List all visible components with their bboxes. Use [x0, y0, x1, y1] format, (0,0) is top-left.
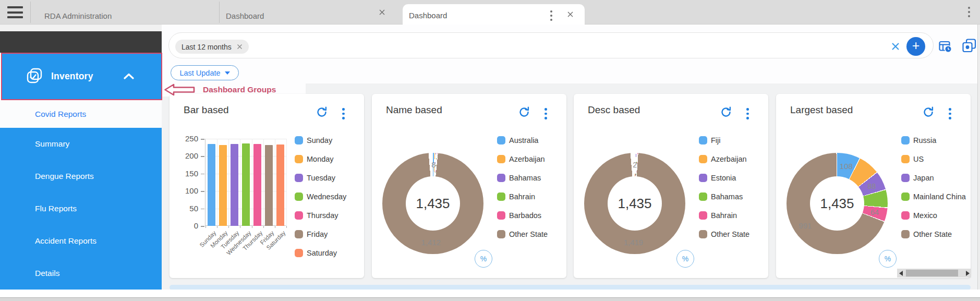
- legend-item-other-state[interactable]: Other State: [497, 229, 548, 239]
- legend-label: Estonia: [711, 174, 736, 182]
- card-options-kebab-icon[interactable]: [545, 108, 547, 119]
- tab-label: Dashboard: [409, 11, 447, 20]
- legend-swatch: [295, 230, 303, 238]
- card-largest-based: Largest basedRussiaUSJapanMainland China…: [776, 94, 971, 278]
- legend-item-bahrain[interactable]: Bahrain: [497, 191, 535, 202]
- save-copy-icon[interactable]: [962, 39, 976, 55]
- legend-item-thursday[interactable]: Thursday: [295, 210, 338, 221]
- legend-item-wednesday[interactable]: Wednesday: [295, 191, 346, 202]
- legend-item-bahrain[interactable]: Bahrain: [699, 210, 737, 221]
- clear-filters-icon[interactable]: [891, 42, 900, 51]
- percent-badge[interactable]: %: [676, 250, 694, 268]
- legend-item-monday[interactable]: Monday: [295, 154, 334, 164]
- legend-item-friday[interactable]: Friday: [295, 229, 328, 239]
- legend-item-sunday[interactable]: Sunday: [295, 135, 332, 146]
- y-axis-tick-mark: [201, 209, 204, 210]
- card-options-kebab-icon[interactable]: [342, 108, 345, 119]
- tabbar-divider: [30, 2, 31, 23]
- window-kebab-icon[interactable]: [968, 7, 970, 17]
- legend-label: Friday: [307, 230, 328, 238]
- sidebar-item-details[interactable]: Details: [0, 257, 162, 290]
- card-desc-based: Desc basedFijiAzerbaijanEstoniaBahamasBa…: [574, 94, 768, 278]
- x-axis-tick-mark: [275, 226, 275, 228]
- refresh-icon[interactable]: [518, 106, 530, 118]
- legend-label: Fiji: [711, 136, 721, 145]
- scrollbar-track[interactable]: [904, 269, 964, 278]
- gridline: [240, 139, 240, 226]
- sidebar-item-list: Covid ReportsSummaryDengue ReportsFlu Re…: [0, 100, 162, 290]
- legend-label: Barbados: [509, 211, 541, 220]
- legend-item-russia[interactable]: Russia: [901, 135, 936, 146]
- donut-total: 1,435: [406, 176, 460, 231]
- legend-item-us[interactable]: US: [901, 154, 924, 164]
- tab-dashboard-2-active[interactable]: Dashboard: [403, 4, 585, 25]
- percent-badge[interactable]: %: [475, 250, 492, 268]
- sidebar-item-covid-reports[interactable]: Covid Reports: [0, 100, 162, 128]
- bottom-white-row: [0, 290, 980, 297]
- horizontal-scrollbar[interactable]: [897, 269, 971, 278]
- legend-item-azerbaijan[interactable]: Azerbaijan: [699, 154, 747, 164]
- tab-options-kebab-icon[interactable]: [550, 10, 552, 21]
- vertical-scrollbar-track[interactable]: [977, 25, 980, 297]
- x-axis-tick-mark: [263, 226, 264, 228]
- add-filter-button[interactable]: +: [906, 37, 925, 56]
- card-title: Bar based: [184, 104, 229, 116]
- scrollbar-thumb[interactable]: [906, 270, 958, 276]
- legend-item-fiji[interactable]: Fiji: [699, 135, 721, 146]
- legend-item-other-state[interactable]: Other State: [901, 229, 952, 239]
- legend-item-australia[interactable]: Australia: [497, 135, 538, 146]
- legend-item-azerbaijan[interactable]: Azerbaijan: [497, 154, 545, 164]
- legend-label: Russia: [913, 136, 936, 145]
- legend-item-barbados[interactable]: Barbados: [497, 210, 541, 221]
- chip-remove-icon[interactable]: [237, 44, 243, 50]
- legend-label: Azerbaijan: [711, 155, 747, 163]
- legend-item-japan[interactable]: Japan: [901, 173, 934, 183]
- legend-swatch: [901, 136, 910, 145]
- filter-container: Last 12 months: [168, 32, 934, 58]
- sidebar-item-summary[interactable]: Summary: [0, 128, 162, 160]
- sidebar-top-gap: [0, 25, 162, 31]
- legend-label: US: [913, 155, 924, 163]
- legend-label: Other State: [509, 230, 548, 238]
- chevron-up-icon[interactable]: [124, 72, 134, 81]
- legend-item-tuesday[interactable]: Tuesday: [295, 173, 335, 183]
- tab-dashboard-1[interactable]: Dashboard: [226, 11, 264, 20]
- legend-label: Other State: [913, 230, 952, 238]
- tabbar-divider: [219, 2, 220, 23]
- refresh-icon[interactable]: [316, 106, 328, 118]
- percent-badge[interactable]: %: [879, 250, 897, 268]
- y-axis-tick-mark: [201, 226, 204, 227]
- card-title: Largest based: [790, 104, 853, 116]
- legend-item-mainland-china[interactable]: Mainland China: [901, 191, 966, 202]
- refresh-icon[interactable]: [922, 106, 935, 118]
- card-options-kebab-icon[interactable]: [949, 108, 951, 119]
- scroll-left-arrow[interactable]: [897, 269, 904, 278]
- tab-rda-administration[interactable]: RDA Administration: [44, 11, 112, 20]
- legend-item-bahamas[interactable]: Bahamas: [497, 173, 541, 183]
- sidebar-item-dengue-reports[interactable]: Dengue Reports: [0, 160, 162, 192]
- sidebar-item-accident-reports[interactable]: Accident Reports: [0, 225, 162, 257]
- sidebar-item-flu-reports[interactable]: Flu Reports: [0, 192, 162, 225]
- close-tab-icon[interactable]: [379, 9, 385, 16]
- legend-label: Australia: [509, 136, 538, 145]
- legend-item-saturday[interactable]: Saturday: [295, 248, 337, 258]
- scroll-right-arrow[interactable]: [964, 269, 971, 278]
- slice-value-label: 991: [798, 221, 812, 230]
- y-axis-tick-label: 100: [172, 186, 198, 195]
- schedule-grid-icon[interactable]: [939, 40, 952, 55]
- last-update-dropdown[interactable]: Last Update: [171, 65, 239, 80]
- close-tab-icon[interactable]: [567, 11, 574, 18]
- legend-swatch: [295, 136, 303, 145]
- legend-item-mexico[interactable]: Mexico: [901, 210, 937, 221]
- card-options-kebab-icon[interactable]: [746, 108, 749, 119]
- sidebar-group-inventory[interactable]: Inventory: [1, 53, 162, 100]
- y-axis-tick-label: 150: [172, 169, 198, 178]
- legend-item-other-state[interactable]: Other State: [699, 229, 749, 239]
- filter-chip-last-12-months[interactable]: Last 12 months: [175, 40, 249, 54]
- hamburger-menu-icon[interactable]: [7, 6, 23, 18]
- legend-label: Japan: [913, 174, 934, 182]
- refresh-icon[interactable]: [720, 106, 732, 118]
- legend-label: Wednesday: [307, 192, 346, 201]
- legend-item-estonia[interactable]: Estonia: [699, 173, 736, 183]
- legend-item-bahamas[interactable]: Bahamas: [699, 191, 743, 202]
